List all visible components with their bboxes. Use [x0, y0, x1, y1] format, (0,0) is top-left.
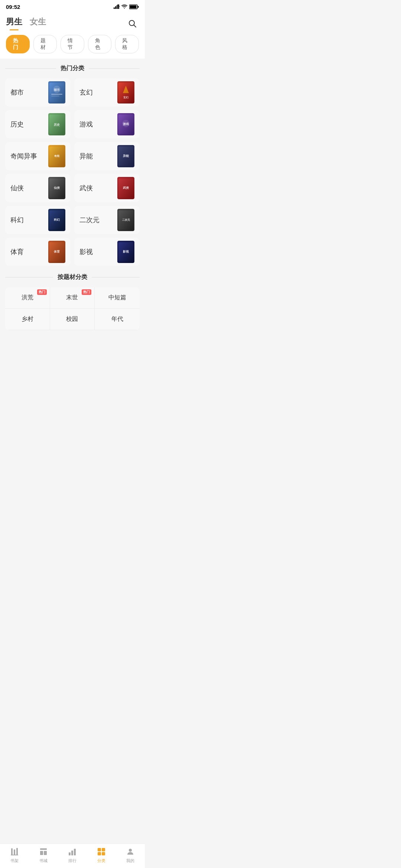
filter-style[interactable]: 风格 — [115, 35, 139, 53]
cover-kehuan: 科幻 — [48, 209, 65, 231]
cover-xianxia: 仙侠 — [48, 177, 65, 199]
header: 男生 女生 — [0, 13, 145, 30]
svg-text:历史: 历史 — [53, 123, 60, 126]
tab-male[interactable]: 男生 — [6, 16, 22, 30]
search-button[interactable] — [125, 17, 139, 30]
cover-lishi: 历史 — [48, 113, 65, 135]
hot-badge-honghuang: 热门 — [37, 289, 47, 295]
svg-line-9 — [134, 25, 136, 27]
filter-bar: 热门 题材 情节 角色 风格 — [0, 30, 145, 59]
cover-dushi: 都市 — [48, 81, 65, 103]
category-name-xuanhuan: 玄幻 — [79, 88, 93, 97]
topic-xiangcun[interactable]: 乡村 — [5, 309, 50, 330]
category-kehuan[interactable]: 科幻 科幻 — [5, 206, 71, 234]
svg-rect-7 — [138, 6, 139, 8]
wifi-icon — [121, 4, 127, 9]
topic-section-title: 按题材分类 — [5, 273, 140, 281]
svg-text:都市: 都市 — [53, 88, 60, 92]
cover-qiwenyishi: 奇闻 — [48, 145, 65, 167]
category-yingshi[interactable]: 影视 影视 — [74, 238, 140, 266]
svg-rect-1 — [115, 6, 116, 9]
cover-erciyuan: 二次元 — [117, 209, 134, 231]
category-grid: 都市 都市 — [5, 78, 140, 266]
status-time: 09:52 — [6, 4, 20, 10]
category-name-youxi: 游戏 — [79, 120, 93, 129]
topic-honghuang[interactable]: 洪荒 热门 — [5, 287, 50, 309]
svg-text:武侠: 武侠 — [123, 186, 129, 190]
filter-theme[interactable]: 题材 — [33, 35, 57, 53]
category-youxi[interactable]: 游戏 游戏 — [74, 110, 140, 138]
cover-wuxia: 武侠 — [117, 177, 134, 199]
svg-rect-12 — [51, 96, 59, 96]
category-name-yingshi: 影视 — [79, 247, 93, 256]
category-name-tiyu: 体育 — [10, 247, 24, 256]
signal-icon — [114, 4, 120, 9]
category-wuxia[interactable]: 武侠 武侠 — [74, 174, 140, 202]
filter-plot[interactable]: 情节 — [61, 35, 84, 53]
svg-text:影视: 影视 — [123, 250, 129, 253]
svg-rect-6 — [130, 5, 137, 8]
filter-hot[interactable]: 热门 — [6, 35, 30, 53]
svg-rect-0 — [114, 7, 115, 9]
category-name-yineng: 异能 — [79, 152, 93, 161]
svg-text:仙侠: 仙侠 — [53, 186, 60, 190]
cover-yingshi: 影视 — [117, 241, 134, 263]
category-name-xianxia: 仙侠 — [10, 184, 24, 193]
cover-xuanhuan: 玄幻 — [117, 81, 134, 103]
svg-text:玄幻: 玄幻 — [123, 96, 128, 99]
svg-text:奇闻: 奇闻 — [54, 154, 59, 157]
svg-text:异能: 异能 — [123, 154, 129, 158]
hot-badge-moshi: 热门 — [82, 289, 91, 295]
cover-tiyu: 体育 — [48, 241, 65, 263]
category-name-qiwenyishi: 奇闻异事 — [10, 152, 37, 161]
svg-rect-11 — [51, 94, 62, 95]
category-name-lishi: 历史 — [10, 120, 24, 129]
topic-xiaoyuan[interactable]: 校园 — [50, 309, 95, 330]
status-icons — [114, 4, 139, 9]
category-name-dushi: 都市 — [10, 88, 24, 97]
cover-youxi: 游戏 — [117, 113, 134, 135]
svg-text:体育: 体育 — [53, 250, 60, 253]
topic-moshi[interactable]: 末世 热门 — [50, 287, 95, 309]
category-name-kehuan: 科幻 — [10, 216, 24, 224]
topic-niandai[interactable]: 年代 — [95, 309, 140, 330]
category-name-wuxia: 武侠 — [79, 184, 93, 193]
svg-text:科幻: 科幻 — [53, 218, 60, 221]
topic-zhongduanpian[interactable]: 中短篇 — [95, 287, 140, 309]
category-name-erciyuan: 二次元 — [79, 216, 100, 224]
category-qiwenyishi[interactable]: 奇闻异事 奇闻 — [5, 142, 71, 170]
filter-role[interactable]: 角色 — [88, 35, 112, 53]
hot-section-title: 热门分类 — [5, 65, 140, 72]
svg-text:二次元: 二次元 — [122, 218, 130, 221]
battery-icon — [129, 4, 139, 9]
category-lishi[interactable]: 历史 历史 — [5, 110, 71, 138]
category-yineng[interactable]: 异能 异能 — [74, 142, 140, 170]
main-content: 热门分类 都市 都市 — [0, 59, 145, 369]
svg-text:游戏: 游戏 — [123, 122, 129, 126]
svg-rect-2 — [117, 5, 118, 9]
header-tabs: 男生 女生 — [6, 16, 46, 30]
category-dushi[interactable]: 都市 都市 — [5, 78, 71, 106]
search-icon — [128, 19, 137, 28]
category-xuanhuan[interactable]: 玄幻 玄幻 — [74, 78, 140, 106]
status-bar: 09:52 — [0, 0, 145, 13]
category-erciyuan[interactable]: 二次元 二次元 — [74, 206, 140, 234]
category-xianxia[interactable]: 仙侠 仙侠 — [5, 174, 71, 202]
tab-female[interactable]: 女生 — [30, 16, 46, 30]
category-tiyu[interactable]: 体育 体育 — [5, 238, 71, 266]
cover-yineng: 异能 — [117, 145, 134, 167]
topic-grid: 洪荒 热门 末世 热门 中短篇 乡村 校园 年代 — [5, 287, 140, 330]
